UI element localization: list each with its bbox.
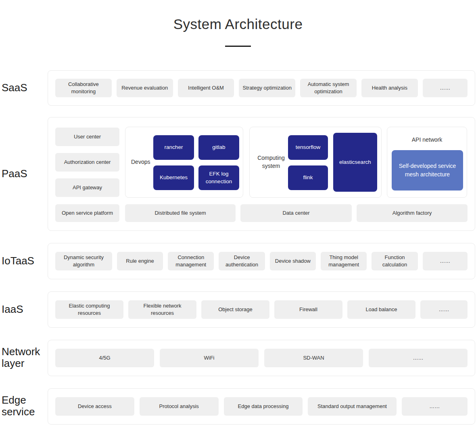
box-rancher: rancher (153, 135, 194, 160)
row-label-iotaas: IoTaaS (2, 255, 34, 267)
chip-data-center: Data center (240, 204, 352, 222)
network-row: 4/5G WiFi SD-WAN …… (48, 340, 475, 376)
iaas-chip-list: Elastic computing resources Flexible net… (48, 292, 475, 327)
chip-collaborative-monitoring: Collaborative monitoring (55, 79, 112, 97)
title-underline (225, 46, 251, 47)
row-label-network: Network layer (2, 346, 46, 369)
chip-wifi: WiFi (160, 349, 259, 367)
paas-row: User center Authorization center API gat… (48, 117, 475, 231)
chip-device-shadow: Device shadow (270, 252, 316, 270)
chip-object-storage: Object storage (201, 300, 269, 319)
edge-chip-list: Device access Protocol analysis Edge dat… (48, 389, 475, 424)
chip-ellipsis: …… (423, 252, 468, 270)
chip-open-service-platform: Open service platform (55, 204, 119, 222)
box-kubernetes: Kubernetes (153, 165, 194, 190)
box-gitlab: gitlab (198, 135, 239, 160)
chip-connection-management: Connection management (168, 252, 214, 270)
chip-elastic-computing-resources: Elastic computing resources (55, 300, 123, 319)
iaas-row: Elastic computing resources Flexible net… (48, 291, 475, 328)
api-network-group: API network Self-developed service mesh … (387, 127, 467, 198)
chip-strategy-optimization: Strategy optimization (239, 79, 295, 97)
chip-authorization-center: Authorization center (55, 153, 119, 172)
chip-ellipsis: …… (402, 397, 468, 416)
chip-protocol-analysis: Protocol analysis (140, 397, 219, 416)
box-tensorflow: tensorflow (288, 135, 328, 160)
chip-dynamic-security-algorithm: Dynamic security algorithm (55, 252, 112, 270)
architecture-diagram: System Architecture SaaS Collaborative m… (0, 0, 476, 448)
box-service-mesh: Self-developed service mesh architecture (392, 150, 463, 191)
computing-system-group: Computing system tensorflow flink elasti… (249, 127, 382, 198)
chip-rule-engine: Rule engine (117, 252, 163, 270)
chip-edge-data-processing: Edge data processing (224, 397, 303, 416)
row-label-saas: SaaS (2, 82, 27, 94)
chip-algorithm-factory: Algorithm factory (357, 204, 468, 222)
box-elasticsearch: elasticsearch (333, 133, 377, 192)
row-label-paas: PaaS (2, 168, 27, 180)
chip-standard-output-management: Standard output management (308, 397, 396, 416)
row-label-iaas: IaaS (2, 304, 23, 315)
iotaas-chip-list: Dynamic security algorithm Rule engine C… (48, 243, 475, 279)
chip-user-center: User center (55, 128, 119, 146)
chip-load-balance: Load balance (347, 300, 415, 319)
chip-firewall: Firewall (274, 300, 342, 319)
chip-ellipsis: …… (369, 349, 468, 367)
chip-ellipsis: …… (420, 300, 468, 319)
chip-distributed-file-system: Distributed file system (125, 204, 236, 222)
chip-4-5g: 4/5G (55, 349, 154, 367)
chip-revenue-evaluation: Revenue evaluation (117, 79, 173, 97)
page-title: System Architecture (0, 16, 476, 32)
box-flink: flink (288, 165, 328, 190)
chip-device-access: Device access (55, 397, 134, 416)
chip-function-calculation: Function calculation (372, 252, 418, 270)
box-efk-log-connection: EFK log connection (198, 165, 239, 190)
saas-row: Collaborative monitoring Revenue evaluat… (48, 70, 475, 106)
chip-intelligent-om: Intelligent O&M (178, 79, 234, 97)
row-label-edge: Edge service (2, 394, 46, 418)
computing-system-label: Computing system (253, 154, 289, 170)
edge-row: Device access Protocol analysis Edge dat… (48, 388, 475, 425)
chip-ellipsis: …… (423, 79, 468, 97)
chip-device-authentication: Device authentication (219, 252, 265, 270)
chip-api-gateway: API gateway (55, 178, 119, 197)
chip-thing-model-management: Thing model management (321, 252, 367, 270)
network-chip-list: 4/5G WiFi SD-WAN …… (48, 340, 475, 376)
chip-automatic-system-optimization: Automatic system optimization (300, 79, 357, 97)
chip-health-analysis: Health analysis (361, 79, 418, 97)
chip-flexible-network-resources: Flexible network resources (128, 300, 196, 319)
saas-chip-list: Collaborative monitoring Revenue evaluat… (48, 71, 475, 105)
devops-label: Devops (131, 158, 150, 166)
chip-sd-wan: SD-WAN (264, 349, 363, 367)
iotaas-row: Dynamic security algorithm Rule engine C… (48, 243, 475, 279)
devops-group: Devops rancher gitlab Kubernetes EFK log… (125, 127, 243, 198)
api-network-label: API network (387, 136, 467, 144)
